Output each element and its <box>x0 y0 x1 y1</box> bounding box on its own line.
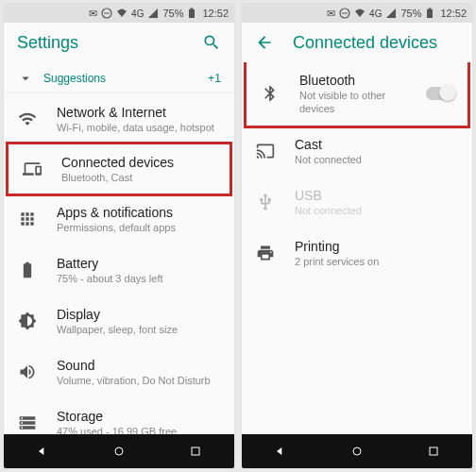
chevron-down-icon <box>17 70 34 87</box>
display-icon <box>17 312 38 330</box>
recent-button[interactable] <box>188 444 203 459</box>
svg-point-4 <box>115 447 123 455</box>
svg-rect-11 <box>430 447 437 455</box>
row-battery[interactable]: Battery75% - about 3 days left <box>4 244 234 295</box>
row-printing[interactable]: Printing2 print services on <box>242 228 472 278</box>
signal-icon <box>385 8 397 19</box>
suggestions-row[interactable]: Suggestions +1 <box>4 62 234 93</box>
row-title: Cast <box>295 136 459 153</box>
back-button[interactable] <box>35 444 50 459</box>
row-storage[interactable]: Storage47% used - 16.99 GB free <box>4 397 234 434</box>
battery-icon <box>187 8 198 19</box>
network-label: 4G <box>131 8 144 19</box>
row-sub: Wallpaper, sleep, font size <box>57 323 221 336</box>
settings-header: Settings <box>4 23 234 62</box>
usb-icon <box>255 193 276 211</box>
status-bar: ✉ 4G 75% 12:52 <box>4 4 234 23</box>
connected-header: Connected devices <box>242 23 472 62</box>
storage-icon <box>17 413 38 432</box>
row-title: Bluetooth <box>299 72 407 89</box>
suggestions-label: Suggestions <box>43 72 106 85</box>
bluetooth-icon <box>260 84 280 103</box>
row-sub: Not connected <box>295 204 459 217</box>
row-sub: Not connected <box>295 153 459 166</box>
svg-rect-5 <box>192 447 199 455</box>
mail-icon: ✉ <box>89 8 97 20</box>
svg-rect-9 <box>429 8 432 10</box>
settings-list: Network & InternetWi-Fi, mobile, data us… <box>4 93 234 434</box>
row-title: USB <box>295 187 459 204</box>
home-button[interactable] <box>111 444 127 459</box>
recent-button[interactable] <box>426 444 441 459</box>
back-arrow-icon[interactable] <box>255 33 274 52</box>
network-label: 4G <box>369 8 382 19</box>
row-bluetooth[interactable]: BluetoothNot visible to other devices <box>244 62 470 128</box>
signal-icon <box>147 8 159 19</box>
row-title: Network & Internet <box>57 104 221 121</box>
row-sound[interactable]: SoundVolume, vibration, Do Not Disturb <box>4 346 234 397</box>
row-sub: 2 print services on <box>295 255 459 268</box>
row-title: Connected devices <box>61 154 216 171</box>
row-title: Printing <box>295 238 459 255</box>
status-bar: ✉ 4G 75% 12:52 <box>242 4 472 23</box>
wifi-icon <box>116 8 128 19</box>
row-title: Apps & notifications <box>57 204 221 221</box>
svg-rect-2 <box>189 9 195 18</box>
clock: 12:52 <box>440 8 467 19</box>
nav-bar <box>4 434 234 468</box>
search-icon[interactable] <box>202 33 221 52</box>
row-sub: 75% - about 3 days left <box>57 272 221 285</box>
row-sub: Not visible to other devices <box>299 89 407 116</box>
row-usb: USBNot connected <box>242 177 472 228</box>
battery-icon <box>17 261 38 279</box>
devices-icon <box>22 160 42 178</box>
phone-right: ✉ 4G 75% 12:52 Connected devices Bluetoo… <box>242 4 472 468</box>
row-sub: Bluetooth, Cast <box>61 171 216 184</box>
back-button[interactable] <box>273 444 288 459</box>
battery-pct: 75% <box>162 8 183 19</box>
clock: 12:52 <box>202 8 229 19</box>
connected-list: BluetoothNot visible to other devices Ca… <box>242 62 472 434</box>
row-title: Sound <box>57 357 221 374</box>
row-title: Storage <box>57 408 221 425</box>
bluetooth-toggle[interactable] <box>426 87 454 100</box>
battery-pct: 75% <box>400 8 421 19</box>
mail-icon: ✉ <box>327 8 335 20</box>
home-button[interactable] <box>349 444 365 459</box>
apps-icon <box>17 210 38 228</box>
row-display[interactable]: DisplayWallpaper, sleep, font size <box>4 295 234 346</box>
row-cast[interactable]: CastNot connected <box>242 126 472 177</box>
sound-icon <box>17 362 38 381</box>
svg-rect-3 <box>191 8 194 10</box>
svg-rect-8 <box>427 9 433 18</box>
row-title: Display <box>57 306 221 323</box>
page-title: Settings <box>17 33 183 53</box>
print-icon <box>255 244 276 262</box>
row-apps[interactable]: Apps & notificationsPermissions, default… <box>4 194 234 244</box>
wifi-icon <box>17 110 38 128</box>
row-sub: Permissions, default apps <box>57 221 221 234</box>
dnd-icon <box>101 8 112 19</box>
cast-icon <box>255 142 276 160</box>
nav-bar <box>242 434 472 468</box>
row-sub: Volume, vibration, Do Not Disturb <box>57 374 221 387</box>
suggestions-count: +1 <box>208 72 221 85</box>
row-sub: 47% used - 16.99 GB free <box>57 425 221 434</box>
row-sub: Wi-Fi, mobile, data usage, hotspot <box>57 121 221 134</box>
row-connected-devices[interactable]: Connected devicesBluetooth, Cast <box>6 142 232 196</box>
row-network[interactable]: Network & InternetWi-Fi, mobile, data us… <box>4 93 234 144</box>
svg-point-10 <box>353 447 361 455</box>
dnd-icon <box>339 8 350 19</box>
phone-left: ✉ 4G 75% 12:52 Settings Suggestions +1 N… <box>4 4 234 468</box>
page-title: Connected devices <box>293 33 459 53</box>
wifi-icon <box>354 8 366 19</box>
battery-icon <box>425 8 436 19</box>
row-title: Battery <box>57 255 221 272</box>
